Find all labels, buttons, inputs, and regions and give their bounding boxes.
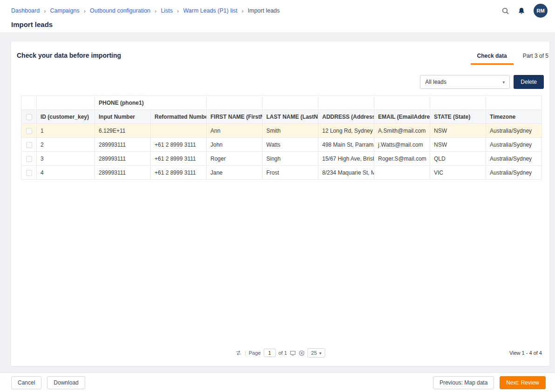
group-header-empty (486, 96, 542, 110)
download-button[interactable]: Download (47, 376, 85, 389)
breadcrumb-separator-icon: › (44, 8, 46, 14)
page-input[interactable] (264, 349, 276, 357)
card-header: Check your data before importing Check d… (11, 41, 549, 65)
cell-last-name: Frost (263, 166, 318, 180)
group-header-empty (430, 96, 486, 110)
pager: | Page of 1 25 ▾ (235, 348, 325, 358)
notifications-icon[interactable] (518, 7, 525, 15)
table-row[interactable]: 4 289993111 +61 2 8999 3111 Jane Frost 8… (21, 166, 542, 180)
breadcrumb-separator-icon: › (177, 8, 179, 14)
cell-address: 8/234 Maquarie St, Melbourne (318, 166, 374, 180)
col-first-name[interactable]: FIRST NAME (FirstName) (207, 110, 263, 124)
cell-input-number: 289993111 (95, 138, 151, 152)
caret-down-icon: ▾ (319, 351, 322, 356)
col-input-number[interactable]: Input Number (95, 110, 151, 124)
cell-timezone: Australia/Sydney (486, 166, 542, 180)
cell-reformatted-number: +61 2 8999 3111 (151, 152, 207, 166)
cell-address: 12 Long Rd, Sydney (318, 124, 374, 138)
search-icon[interactable] (501, 7, 509, 15)
breadcrumb-item-warm-leads-list[interactable]: Warm Leads (P1) list (183, 7, 237, 14)
cell-input-number: 6.129E+11 (95, 124, 151, 138)
wizard-step-indicator: Part 3 of 5 (523, 53, 549, 65)
select-all-checkbox[interactable] (26, 114, 32, 120)
cell-timezone: Australia/Sydney (486, 124, 542, 138)
row-checkbox[interactable] (26, 128, 32, 134)
footer-left: Cancel Download (11, 376, 85, 389)
page-size-value: 25 (311, 350, 317, 356)
breadcrumb-item-lists[interactable]: Lists (161, 7, 173, 14)
col-id[interactable]: ID (customer_key) (37, 110, 95, 124)
cell-state: QLD (430, 152, 486, 166)
col-last-name[interactable]: LAST NAME (LastName) (263, 110, 318, 124)
cell-email: Roger.S@mail.com (374, 152, 430, 166)
table-row[interactable]: 1 6.129E+11 Ann Smith 12 Long Rd, Sydney… (21, 124, 542, 138)
cell-email: A.Smith@mail.com (374, 124, 430, 138)
avatar[interactable]: RM (534, 4, 548, 18)
group-header-empty (37, 96, 95, 110)
breadcrumb-item-dashboard[interactable]: Dashboard (11, 7, 40, 14)
cell-last-name: Watts (263, 138, 318, 152)
topbar-actions: RM (501, 4, 548, 18)
cell-first-name: Jane (207, 166, 263, 180)
row-checkbox[interactable] (26, 156, 32, 162)
breadcrumb-separator-icon: › (84, 8, 86, 14)
pager-page-label: Page (249, 350, 261, 356)
main-content: Check your data before importing Check d… (0, 32, 555, 366)
delete-button[interactable]: Delete (514, 75, 544, 89)
import-check-card: Check your data before importing Check d… (11, 41, 549, 366)
breadcrumb-item-campaigns[interactable]: Campaigns (50, 7, 80, 14)
tab-check-data[interactable]: Check data (471, 53, 514, 65)
select-all-cell (21, 110, 37, 124)
col-state[interactable]: STATE (State) (430, 110, 486, 124)
col-address[interactable]: ADDRESS (Address) (318, 110, 374, 124)
row-checkbox-cell (21, 152, 37, 166)
row-checkbox-cell (21, 166, 37, 180)
page-size-select[interactable]: 25 ▾ (307, 348, 325, 358)
wizard-tabs: Check data Part 3 of 5 (471, 53, 549, 65)
display-icon[interactable] (290, 350, 296, 356)
cancel-button[interactable]: Cancel (11, 376, 41, 389)
breadcrumb-separator-icon: › (242, 8, 244, 14)
next-review-button[interactable]: Next: Review (500, 376, 546, 389)
swap-columns-icon[interactable] (235, 350, 242, 356)
col-timezone[interactable]: Timezone (486, 110, 542, 124)
clear-icon[interactable] (298, 350, 305, 356)
cell-address: 15/67 High Ave, Brisbane (318, 152, 374, 166)
row-checkbox[interactable] (26, 170, 32, 176)
card-toolbar: All leads ▾ Delete (11, 65, 549, 89)
cell-id: 1 (37, 124, 95, 138)
pager-of-label: of 1 (278, 350, 287, 356)
breadcrumb-item-outbound-configuration[interactable]: Outbound configuration (90, 7, 150, 14)
leads-filter-value: All leads (425, 79, 446, 85)
leads-filter-select[interactable]: All leads ▾ (420, 75, 510, 89)
table-row[interactable]: 3 289993111 +61 2 8999 3111 Roger Singh … (21, 152, 542, 166)
cell-reformatted-number: +61 2 8999 3111 (151, 138, 207, 152)
row-checkbox-cell (21, 138, 37, 152)
pager-separator: | (244, 350, 246, 356)
leads-table-wrap: PHONE (phone1) ID (customer_key) Input N… (21, 95, 541, 180)
cell-first-name: John (207, 138, 263, 152)
cell-id: 2 (37, 138, 95, 152)
row-checkbox[interactable] (26, 142, 32, 148)
leads-table: PHONE (phone1) ID (customer_key) Input N… (21, 95, 542, 180)
previous-map-data-button[interactable]: Previous: Map data (433, 376, 494, 389)
cell-email: j.Watts@mail.com (374, 138, 430, 152)
cell-id: 3 (37, 152, 95, 166)
group-header-empty (207, 96, 263, 110)
col-reformatted-number[interactable]: Reformatted Number (151, 110, 207, 124)
table-row[interactable]: 2 289993111 +61 2 8999 3111 John Watts 4… (21, 138, 542, 152)
cell-input-number: 289993111 (95, 166, 151, 180)
cell-timezone: Australia/Sydney (486, 152, 542, 166)
cell-reformatted-number (151, 124, 207, 138)
cell-last-name: Singh (263, 152, 318, 166)
table-header-row: ID (customer_key) Input Number Reformatt… (21, 110, 542, 124)
cell-email (374, 166, 430, 180)
col-email[interactable]: EMAIL (EmailAddress) (374, 110, 430, 124)
caret-down-icon: ▾ (502, 80, 505, 85)
footer-action-bar: Cancel Download Previous: Map data Next:… (0, 372, 555, 392)
group-header-phone: PHONE (phone1) (95, 96, 207, 110)
cell-state: NSW (430, 124, 486, 138)
cell-address: 498 Main St, Parramatta (318, 138, 374, 152)
cell-reformatted-number: +61 2 8999 3111 (151, 166, 207, 180)
cell-state: VIC (430, 166, 486, 180)
